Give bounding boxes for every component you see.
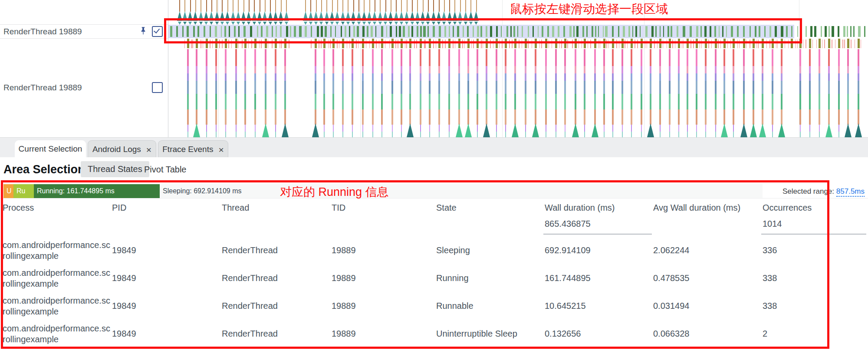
cell-tid: 19889: [332, 301, 431, 311]
summary-segment-runnable[interactable]: Ru: [13, 184, 34, 198]
cell-tid: 19889: [332, 245, 431, 255]
cell-occ: 336: [763, 245, 865, 255]
annotation-running-hint: 对应的 Running 信息: [280, 184, 389, 200]
totals-row: 865.436875 1014: [0, 217, 868, 237]
cell-process: com.androidperformance.scrollingexample: [3, 295, 110, 317]
table-row[interactable]: com.androidperformance.scrollingexample …: [0, 265, 868, 292]
thread-states-button[interactable]: Thread States: [81, 161, 149, 177]
timeline-canvas[interactable]: [0, 0, 868, 137]
cell-process: com.androidperformance.scrollingexample: [3, 240, 110, 261]
selected-range: Selected range: 857.5ms: [783, 187, 865, 196]
col-process[interactable]: Process: [3, 203, 110, 213]
tab-current-selection[interactable]: Current Selection: [15, 140, 86, 158]
col-thread[interactable]: Thread: [222, 203, 326, 213]
pivot-table-button[interactable]: Pivot Table: [144, 165, 186, 175]
cell-avg: 0.478535: [653, 273, 757, 283]
annotation-select-hint: 鼠标按左键滑动选择一段区域: [510, 1, 668, 17]
summary-segment-uninterruptible[interactable]: U: [3, 184, 13, 198]
pin-icon[interactable]: [139, 26, 148, 37]
table-row[interactable]: com.androidperformance.scrollingexample …: [0, 237, 868, 265]
cell-avg: 0.031494: [653, 301, 757, 311]
cell-pid: 19849: [112, 301, 216, 311]
cell-avg: 0.066328: [653, 329, 757, 339]
track-separator: [0, 38, 168, 39]
cell-occ: 338: [763, 301, 865, 311]
col-state[interactable]: State: [436, 203, 540, 213]
sidebar-divider: [168, 0, 168, 137]
total-wall-duration: 865.436875: [545, 219, 649, 229]
cell-occ: 338: [763, 273, 865, 283]
close-icon[interactable]: ×: [146, 145, 151, 154]
pinned-track-row[interactable]: RenderThread 19889: [0, 25, 168, 38]
perfetto-trace-viewer: RenderThread 19889 RenderThread 19889 鼠标…: [0, 0, 868, 354]
track-label: RenderThread 19889: [0, 27, 139, 36]
col-pid[interactable]: PID: [112, 203, 216, 213]
close-icon[interactable]: ×: [218, 145, 224, 154]
summary-segment-sleeping[interactable]: Sleeping: 692.914109 ms: [160, 184, 763, 198]
cell-thread: RenderThread: [222, 245, 326, 255]
col-wall-duration[interactable]: Wall duration (ms): [545, 203, 649, 213]
col-avg-wall-duration[interactable]: Avg Wall duration (ms): [653, 203, 757, 213]
cell-pid: 19849: [112, 273, 216, 283]
cell-pid: 19849: [112, 329, 216, 339]
track-checkbox-unchecked[interactable]: [152, 82, 163, 93]
cell-state: Sleeping: [436, 245, 540, 255]
tab-android-logs[interactable]: Android Logs ×: [88, 140, 156, 158]
cell-occ: 2: [763, 329, 865, 339]
table-row[interactable]: com.androidperformance.scrollingexample …: [0, 292, 868, 320]
cell-process: com.androidperformance.scrollingexample: [3, 323, 110, 345]
tab-ftrace-events[interactable]: Ftrace Events ×: [158, 140, 228, 158]
thread-states-panel: U Ru Running: 161.744895 ms Sleeping: 69…: [0, 184, 868, 354]
cell-tid: 19889: [332, 273, 431, 283]
tab-label: Ftrace Events: [162, 145, 213, 154]
area-selection-header: Area Selection Thread States Pivot Table: [0, 157, 868, 184]
col-occurrences[interactable]: Occurrences: [763, 203, 865, 213]
cell-thread: RenderThread: [222, 301, 326, 311]
table-row[interactable]: com.androidperformance.scrollingexample …: [0, 320, 868, 348]
cell-process: com.androidperformance.scrollingexample: [3, 268, 110, 289]
total-occurrences: 1014: [763, 219, 865, 229]
summary-segment-running[interactable]: Running: 161.744895 ms: [34, 184, 160, 198]
tab-label: Current Selection: [19, 144, 82, 154]
cell-avg: 2.062244: [653, 245, 757, 255]
cell-pid: 19849: [112, 245, 216, 255]
cell-state: Running: [436, 273, 540, 283]
selected-range-label: Selected range:: [783, 187, 834, 195]
table-header: Process PID Thread TID State Wall durati…: [0, 198, 868, 217]
cell-wall: 0.132656: [545, 329, 649, 339]
timeline-panel[interactable]: RenderThread 19889 RenderThread 19889: [0, 0, 868, 137]
state-summary-bar[interactable]: U Ru Running: 161.744895 ms Sleeping: 69…: [0, 184, 868, 199]
underline: [543, 234, 652, 235]
underline: [761, 234, 866, 235]
cell-state: Runnable: [436, 301, 540, 311]
cell-wall: 161.744895: [545, 273, 649, 283]
cell-thread: RenderThread: [222, 273, 326, 283]
col-tid[interactable]: TID: [332, 203, 431, 213]
cell-wall: 10.645215: [545, 301, 649, 311]
track-checkbox-checked[interactable]: [152, 26, 163, 37]
selected-range-value[interactable]: 857.5ms: [836, 187, 865, 197]
cell-state: Uninterruptible Sleep: [436, 329, 540, 339]
panel-title: Area Selection: [3, 163, 85, 176]
track-label: RenderThread 19889: [0, 83, 152, 93]
cell-wall: 692.914109: [545, 245, 649, 255]
cell-tid: 19889: [332, 329, 431, 339]
tab-label: Android Logs: [92, 145, 141, 154]
track-group-row[interactable]: RenderThread 19889: [0, 81, 168, 94]
cell-thread: RenderThread: [222, 329, 326, 339]
bottom-panel-tabbar: Current Selection Android Logs × Ftrace …: [0, 137, 868, 158]
